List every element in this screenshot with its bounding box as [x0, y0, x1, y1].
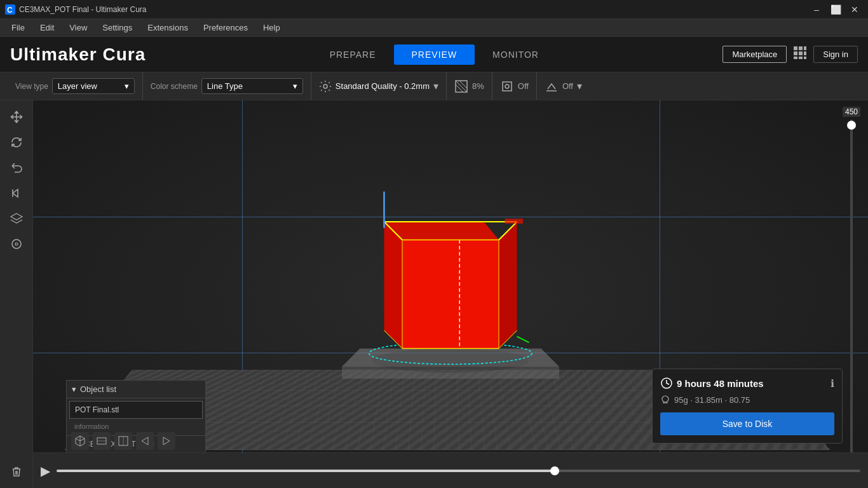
- header-right: Marketplace Sign in: [722, 46, 858, 63]
- tab-preview[interactable]: PREVIEW: [394, 44, 475, 65]
- view-front-button[interactable]: [114, 432, 132, 450]
- print-time: 9 hours 48 minutes: [660, 377, 764, 390]
- menubar: File Edit View Settings Extensions Prefe…: [0, 19, 868, 37]
- svg-point-48: [662, 396, 668, 402]
- print-info-panel: 9 hours 48 minutes ℹ 95g · 31.85m · 80.7…: [652, 369, 843, 444]
- menu-view[interactable]: View: [63, 21, 93, 34]
- view-top-button[interactable]: [93, 432, 111, 450]
- menu-settings[interactable]: Settings: [96, 21, 139, 34]
- step-back-button[interactable]: [5, 182, 28, 205]
- layer-track[interactable]: [850, 119, 853, 482]
- print-details-text: 95g · 31.85m · 80.75: [674, 395, 750, 405]
- view-type-value: Layer view: [58, 81, 97, 91]
- view-type-group: View type Layer view ▾: [8, 72, 143, 100]
- svg-text:C: C: [7, 6, 13, 15]
- color-scheme-group: Color scheme Line Type ▾: [143, 72, 311, 100]
- layer-slider-container: 450: [845, 107, 858, 482]
- svg-marker-25: [384, 222, 499, 240]
- play-button[interactable]: ▶: [41, 463, 50, 478]
- undo-button[interactable]: [5, 156, 28, 179]
- bottom-tools: [71, 432, 175, 450]
- measure-icon: [10, 237, 24, 251]
- bottom-panel: ▶: [33, 452, 868, 488]
- svg-point-16: [15, 243, 18, 245]
- object-panel-title: Object list: [80, 384, 116, 394]
- view-left-button[interactable]: [136, 432, 154, 450]
- svg-marker-24: [499, 222, 517, 349]
- clock-icon: [660, 377, 673, 390]
- logo: Ultimaker Cura: [10, 44, 146, 65]
- infill-icon: [454, 79, 468, 93]
- titlebar: C CE3MAX_POT Final - Ultimaker Cura – ⬜ …: [0, 0, 868, 19]
- color-scheme-select[interactable]: Line Type ▾: [201, 78, 303, 94]
- nav-tabs: PREPARE PREVIEW MONITOR: [312, 44, 557, 65]
- menu-extensions[interactable]: Extensions: [141, 21, 194, 34]
- view-type-label: View type: [15, 82, 48, 91]
- slider-container: [57, 470, 860, 472]
- layer-value: 450: [843, 107, 860, 117]
- settings-icon: [319, 80, 332, 93]
- svg-rect-39: [505, 219, 524, 224]
- view-right-button[interactable]: [158, 432, 175, 450]
- support-label: Off: [518, 81, 529, 91]
- move-tool-button[interactable]: [5, 105, 28, 128]
- adhesion-icon: [545, 79, 559, 93]
- minimize-button[interactable]: –: [808, 3, 825, 16]
- measure-button[interactable]: [5, 233, 28, 255]
- menu-edit[interactable]: Edit: [34, 21, 60, 34]
- save-to-disk-button[interactable]: Save to Disk: [660, 412, 834, 435]
- undo-icon: [10, 161, 24, 175]
- svg-rect-6: [799, 51, 803, 55]
- step-back-icon: [10, 186, 24, 200]
- tab-prepare[interactable]: PREPARE: [312, 44, 394, 65]
- info-button[interactable]: ℹ: [831, 377, 834, 390]
- rotate-icon: [10, 135, 24, 149]
- signin-button[interactable]: Sign in: [813, 46, 858, 63]
- rotate-tool-button[interactable]: [5, 131, 28, 154]
- adhesion-group: Off ▾: [537, 72, 590, 100]
- top-view-icon: [96, 435, 107, 447]
- grid-icon-button[interactable]: [793, 46, 807, 63]
- delete-button[interactable]: [5, 460, 28, 483]
- layers-button[interactable]: [5, 207, 28, 230]
- maximize-button[interactable]: ⬜: [827, 3, 844, 16]
- chevron-down-icon3[interactable]: ▾: [433, 80, 438, 92]
- svg-marker-46: [163, 437, 170, 445]
- svg-rect-8: [794, 57, 797, 59]
- svg-rect-10: [804, 57, 806, 59]
- object-panel-content: POT Final.stl information: [67, 398, 205, 435]
- svg-rect-13: [503, 82, 512, 91]
- model-container: [330, 161, 571, 403]
- menu-file[interactable]: File: [5, 21, 31, 34]
- view-type-select[interactable]: Layer view ▾: [52, 78, 135, 94]
- cube-icon: [74, 435, 86, 447]
- chevron-down-icon: ▾: [125, 81, 129, 91]
- viewport[interactable]: 450 ▾ Object list POT Final.stl informat…: [33, 100, 868, 488]
- main-area: 450 ▾ Object list POT Final.stl informat…: [0, 100, 868, 488]
- chevron-down-icon4[interactable]: ▾: [577, 80, 582, 92]
- infill-pct: 8%: [472, 81, 484, 91]
- infill-group: 8%: [447, 72, 492, 100]
- marketplace-button[interactable]: Marketplace: [722, 46, 787, 63]
- view-3d-button[interactable]: [71, 432, 89, 450]
- support-group: Off: [492, 72, 537, 100]
- menu-preferences[interactable]: Preferences: [197, 21, 254, 34]
- color-scheme-label: Color scheme: [151, 82, 198, 91]
- close-button[interactable]: ✕: [846, 3, 863, 16]
- timeline-handle[interactable]: [550, 466, 559, 475]
- move-icon: [10, 110, 24, 124]
- timeline-track[interactable]: [57, 470, 860, 472]
- svg-rect-4: [804, 46, 806, 50]
- chevron-down-icon2: ▾: [293, 81, 297, 91]
- object-item[interactable]: POT Final.stl: [69, 401, 203, 419]
- svg-marker-45: [142, 437, 148, 445]
- object-panel-header[interactable]: ▾ Object list: [67, 381, 205, 398]
- left-view-icon: [139, 435, 151, 447]
- tab-monitor[interactable]: MONITOR: [475, 44, 557, 65]
- menu-help[interactable]: Help: [257, 21, 287, 34]
- layer-handle-top[interactable]: [847, 121, 856, 130]
- svg-marker-21: [402, 240, 499, 349]
- grid-icon: [793, 46, 807, 60]
- adhesion-label: Off: [562, 81, 573, 91]
- header: Ultimaker Cura PREPARE PREVIEW MONITOR M…: [0, 37, 868, 72]
